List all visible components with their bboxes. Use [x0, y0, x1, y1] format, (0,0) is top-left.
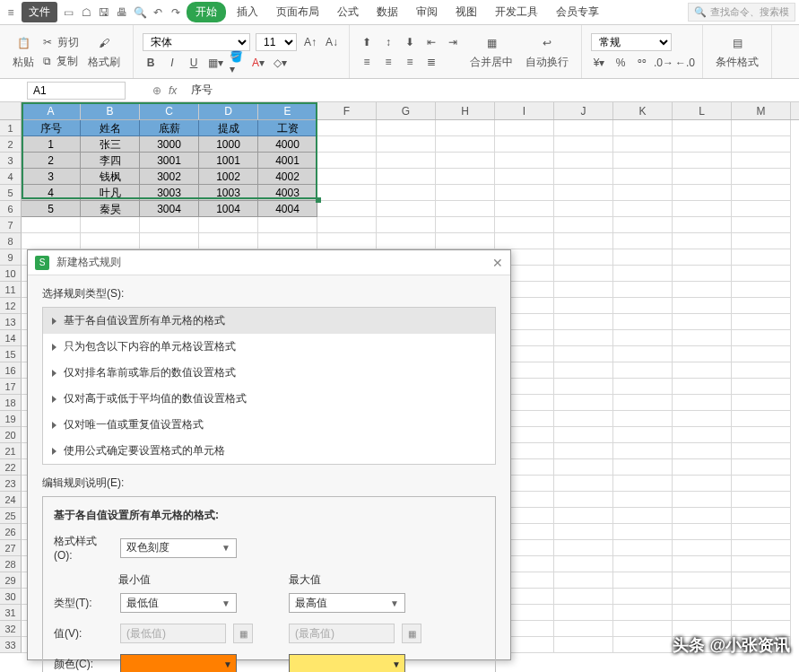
column-header-L[interactable]: L — [673, 102, 732, 119]
font-select[interactable]: 宋体 — [143, 33, 250, 51]
clear-format-button[interactable]: ◇▾ — [272, 55, 288, 71]
cell[interactable] — [613, 476, 673, 492]
cell[interactable] — [554, 476, 613, 492]
column-header-C[interactable]: C — [140, 102, 199, 119]
cell[interactable] — [377, 136, 436, 153]
cell[interactable]: 李四 — [81, 153, 140, 169]
cell[interactable] — [673, 540, 732, 556]
cell[interactable] — [317, 233, 377, 249]
cell[interactable] — [673, 266, 732, 282]
cell[interactable] — [673, 362, 732, 379]
cell[interactable] — [140, 217, 199, 233]
cell[interactable] — [732, 185, 791, 201]
cell[interactable] — [613, 379, 673, 395]
cell[interactable]: 4002 — [258, 169, 317, 185]
cell[interactable] — [732, 136, 791, 153]
column-header-I[interactable]: I — [495, 102, 554, 119]
cell[interactable] — [554, 589, 613, 605]
cell[interactable] — [554, 201, 613, 217]
cell[interactable] — [673, 443, 732, 459]
cell[interactable] — [673, 185, 732, 201]
cell[interactable]: 工资 — [258, 120, 317, 136]
cell[interactable] — [673, 169, 732, 185]
cell[interactable]: 3003 — [140, 185, 199, 201]
cell[interactable] — [613, 459, 673, 476]
cell[interactable] — [377, 153, 436, 169]
tab-data[interactable]: 数据 — [369, 2, 405, 22]
zoom-icon[interactable]: ⊕ — [152, 84, 161, 97]
cell[interactable]: 1 — [22, 136, 81, 153]
dec-dec-button[interactable]: ←.0 — [677, 55, 693, 71]
inc-font-icon[interactable]: A↑ — [302, 34, 318, 50]
cell[interactable] — [673, 201, 732, 217]
row-header[interactable]: 27 — [0, 540, 22, 556]
cell[interactable] — [377, 217, 436, 233]
cell[interactable] — [554, 524, 613, 540]
row-header[interactable]: 10 — [0, 266, 22, 282]
font-size-select[interactable]: 11 — [256, 33, 297, 51]
underline-button[interactable]: U — [186, 55, 202, 71]
min-type-select[interactable]: 最低值▼ — [120, 593, 237, 613]
cell[interactable] — [495, 233, 554, 249]
align-bot[interactable]: ⬇ — [402, 34, 418, 50]
cell[interactable] — [673, 476, 732, 492]
cell[interactable] — [732, 443, 791, 459]
cell[interactable] — [554, 169, 613, 185]
column-header-F[interactable]: F — [317, 102, 377, 119]
currency-button[interactable]: ¥▾ — [591, 55, 607, 71]
print-icon[interactable]: 🖶 — [115, 5, 129, 20]
tab-review[interactable]: 审阅 — [409, 2, 445, 22]
cell[interactable] — [673, 217, 732, 233]
font-color-button[interactable]: A▾ — [250, 55, 266, 71]
column-header-M[interactable]: M — [732, 102, 791, 119]
cell[interactable] — [554, 282, 613, 298]
row-header[interactable]: 4 — [0, 169, 22, 185]
close-icon[interactable]: ✕ — [492, 256, 503, 270]
row-header[interactable]: 25 — [0, 508, 22, 524]
max-type-select[interactable]: 最高值▼ — [289, 593, 405, 613]
cell[interactable]: 3 — [22, 169, 81, 185]
cell[interactable]: 序号 — [22, 120, 81, 136]
column-header-A[interactable]: A — [22, 102, 81, 119]
row-header[interactable]: 15 — [0, 346, 22, 362]
bold-button[interactable]: B — [143, 55, 159, 71]
column-header-E[interactable]: E — [258, 102, 317, 119]
cell[interactable]: 4001 — [258, 153, 317, 169]
cell[interactable] — [613, 508, 673, 524]
row-header[interactable]: 33 — [0, 637, 22, 653]
cond-format-button[interactable]: ▤ 条件格式 — [712, 31, 762, 72]
cell[interactable] — [495, 136, 554, 153]
cell[interactable] — [613, 621, 673, 637]
cell[interactable] — [673, 120, 732, 136]
align-justify[interactable]: ≣ — [423, 54, 439, 70]
cell[interactable] — [732, 169, 791, 185]
row-header[interactable]: 6 — [0, 201, 22, 217]
min-value-picker[interactable]: ▦ — [233, 624, 253, 643]
menu-icon[interactable]: ≡ — [4, 5, 18, 20]
rule-type-item[interactable]: 仅对排名靠前或靠后的数值设置格式 — [43, 360, 495, 386]
row-header[interactable]: 28 — [0, 556, 22, 572]
column-header-G[interactable]: G — [377, 102, 436, 119]
paste-button[interactable]: 📋 粘贴 — [9, 31, 38, 72]
cell[interactable] — [673, 136, 732, 153]
cell[interactable] — [613, 185, 673, 201]
cell[interactable] — [495, 153, 554, 169]
cell[interactable] — [673, 524, 732, 540]
cell[interactable] — [673, 314, 732, 330]
cell[interactable] — [554, 153, 613, 169]
cell[interactable] — [732, 330, 791, 346]
cell[interactable] — [732, 314, 791, 330]
cell[interactable] — [377, 233, 436, 249]
rule-type-item[interactable]: 基于各自值设置所有单元格的格式 — [43, 308, 495, 334]
cell[interactable] — [613, 572, 673, 589]
cell[interactable] — [613, 201, 673, 217]
cell[interactable] — [673, 233, 732, 249]
undo-icon[interactable]: ↶ — [151, 5, 165, 20]
row-header[interactable]: 3 — [0, 153, 22, 169]
tab-view[interactable]: 视图 — [448, 2, 484, 22]
min-color-select[interactable]: ▼ — [120, 654, 237, 672]
cell[interactable] — [317, 201, 377, 217]
search-box[interactable]: 🔍 查找命令、搜索模 — [688, 3, 795, 22]
cell[interactable] — [673, 282, 732, 298]
column-header-K[interactable]: K — [613, 102, 673, 119]
